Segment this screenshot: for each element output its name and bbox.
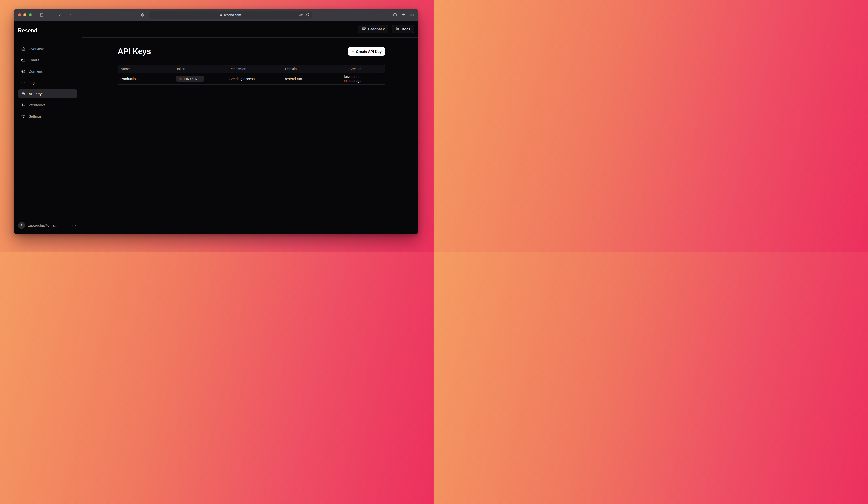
globe-icon (21, 69, 25, 73)
docs-button[interactable]: Docs (392, 25, 414, 33)
column-header-token: Token (174, 67, 227, 71)
sidebar-item-label: Webhooks (29, 103, 45, 107)
browser-window: resend.com A ✦ (14, 9, 418, 234)
sidebar-item-label: Settings (29, 114, 42, 118)
close-window-button[interactable] (18, 13, 21, 17)
table-row: Production re_14NYz1X1... Sending access… (117, 73, 385, 84)
sliders-icon (21, 114, 25, 119)
plus-icon: + (352, 49, 354, 54)
page-content: API Keys + Create API Key Name Token Per… (82, 38, 418, 84)
new-tab-icon[interactable] (401, 12, 406, 18)
svg-text:✦: ✦ (301, 15, 302, 16)
desktop-background: resend.com A ✦ (0, 0, 434, 252)
account-menu-icon[interactable]: ··· (72, 223, 76, 228)
docs-button-label: Docs (402, 27, 410, 31)
sidebar-item-overview[interactable]: Overview (18, 44, 77, 53)
arrows-up-down-icon (21, 103, 25, 107)
sidebar-item-settings[interactable]: Settings (18, 112, 77, 120)
home-icon (21, 47, 25, 51)
sidebar-item-label: Emails (29, 58, 39, 62)
api-key-domain: resend.run (282, 77, 338, 81)
sidebar-item-logs[interactable]: Logs (18, 78, 77, 87)
feedback-button[interactable]: Feedback (358, 25, 389, 33)
reload-icon[interactable] (306, 13, 309, 18)
sidebar-item-api-keys[interactable]: API Keys (18, 89, 77, 98)
create-api-key-label: Create API Key (356, 49, 382, 53)
address-bar[interactable]: resend.com A ✦ (149, 11, 312, 19)
api-key-permission: Sending access (226, 77, 282, 81)
api-key-created: less than a minute ago (338, 74, 372, 83)
sidebar-item-emails[interactable]: Emails (18, 56, 77, 64)
sidebar: Resend Overview (14, 21, 82, 234)
svg-text:A: A (299, 13, 301, 15)
chevron-down-icon[interactable] (46, 11, 53, 19)
api-key-actions-cell: ··· (372, 77, 385, 81)
back-icon[interactable] (57, 11, 64, 19)
sidebar-item-label: Domains (29, 69, 43, 73)
forward-icon[interactable] (67, 11, 74, 19)
main-area: Feedback Docs (82, 21, 418, 234)
page-title: API Keys (117, 47, 151, 56)
resend-logo: Resend (18, 28, 82, 34)
logs-icon (21, 80, 25, 85)
api-key-token-cell: re_14NYz1X1... (173, 76, 226, 82)
column-header-created: Created (338, 67, 372, 71)
minimize-window-button[interactable] (23, 13, 27, 17)
table-header: Name Token Permission Domain Created (117, 65, 385, 73)
translate-icon[interactable]: A ✦ (299, 13, 303, 18)
feedback-icon (362, 27, 366, 31)
zoom-window-button[interactable] (29, 13, 32, 17)
column-header-name: Name (118, 67, 174, 71)
address-bar-url: resend.com (224, 13, 241, 17)
app-root: Resend Overview (14, 21, 418, 234)
api-keys-table: Name Token Permission Domain Created Pro… (117, 65, 385, 84)
create-api-key-button[interactable]: + Create API Key (348, 47, 385, 56)
page-topbar: Feedback Docs (82, 21, 418, 38)
browser-toolbar: resend.com A ✦ (14, 9, 418, 21)
api-key-name: Production (117, 77, 173, 81)
sidebar-nav: Overview Emails (14, 44, 82, 120)
api-key-token-chip[interactable]: re_14NYz1X1... (176, 76, 204, 82)
lock-icon (21, 91, 25, 96)
https-lock-icon (220, 13, 223, 17)
tab-overview-icon[interactable] (410, 12, 414, 18)
privacy-shield-icon[interactable] (140, 9, 145, 21)
toolbar-divider (45, 13, 46, 17)
row-menu-icon[interactable]: ··· (376, 77, 381, 81)
traffic-lights (18, 13, 32, 17)
column-header-domain: Domain (282, 67, 338, 71)
account-row[interactable]: Z zno.rocha@gmai... ··· (18, 222, 76, 229)
sidebar-item-label: API Keys (29, 92, 43, 96)
share-icon[interactable] (393, 12, 397, 18)
sidebar-item-domains[interactable]: Domains (18, 67, 77, 75)
avatar: Z (18, 222, 25, 229)
column-header-permission: Permission (227, 67, 282, 71)
sidebar-item-webhooks[interactable]: Webhooks (18, 101, 77, 109)
sidebar-item-label: Logs (29, 81, 37, 84)
feedback-button-label: Feedback (368, 27, 385, 31)
mail-icon (21, 58, 25, 62)
docs-icon (395, 27, 400, 31)
sidebar-toggle-icon[interactable] (38, 11, 45, 19)
sidebar-item-label: Overview (29, 47, 44, 51)
account-email: zno.rocha@gmai... (28, 223, 72, 228)
